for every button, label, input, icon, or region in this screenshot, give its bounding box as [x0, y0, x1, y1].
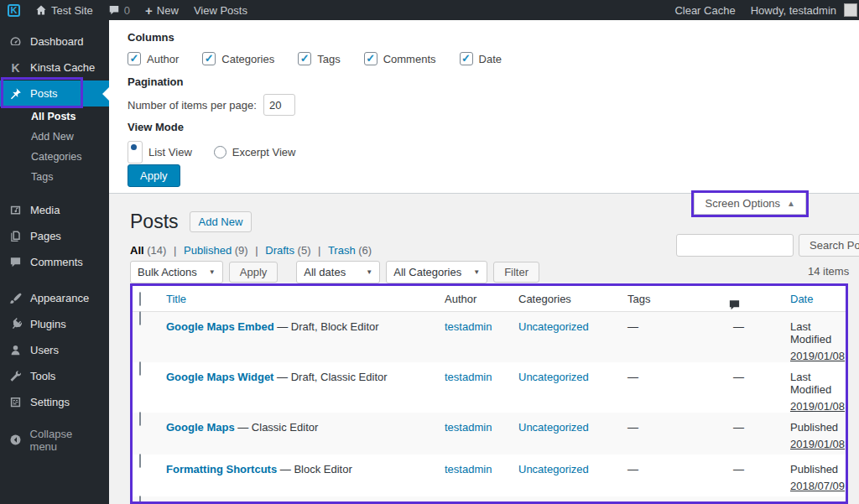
site-name-label: Test Site — [51, 4, 93, 17]
table-nav: Bulk Actions ▼ Apply All dates ▼ All Cat… — [130, 261, 539, 283]
sidebar-label-tools: Tools — [30, 370, 55, 382]
category-link[interactable]: Uncategorized — [518, 421, 589, 434]
items-per-page-input[interactable] — [263, 94, 295, 116]
submenu-item-add-new[interactable]: Add New — [0, 127, 109, 147]
filter-link-trash[interactable]: Trash — [328, 244, 356, 257]
filter-button[interactable]: Filter — [493, 262, 539, 283]
submenu-item-categories[interactable]: Categories — [0, 147, 109, 167]
search-posts-button[interactable]: Search Posts — [799, 234, 859, 257]
screen-options-apply-button[interactable]: Apply — [128, 164, 180, 187]
pages-icon — [8, 230, 23, 242]
clear-cache-button[interactable]: Clear Cache — [667, 0, 742, 20]
avatar — [844, 3, 857, 17]
post-status: Last Modified — [790, 320, 846, 346]
menu-separator — [0, 187, 109, 197]
checkbox-checked-icon: ✓ — [298, 52, 311, 65]
my-account-menu[interactable]: Howdy, testadmin — [743, 0, 859, 20]
select-arrow-icon: ▼ — [366, 268, 372, 276]
select-all-checkbox[interactable] — [139, 292, 141, 306]
checkbox-author[interactable]: ✓ Author — [128, 52, 179, 65]
row-checkbox[interactable] — [139, 361, 141, 376]
page-title: Posts — [130, 210, 179, 234]
filter-link-published[interactable]: Published — [184, 244, 232, 257]
sidebar-item-comments[interactable]: Comments — [0, 249, 109, 275]
checkbox-label-categories: Categories — [221, 53, 274, 65]
post-date: 2019/01/08 — [790, 438, 846, 450]
sidebar-item-tools[interactable]: Tools — [0, 363, 109, 389]
checkbox-date[interactable]: ✓ Date — [460, 52, 502, 65]
screen-options-tab[interactable]: Screen Options ▲ — [694, 193, 806, 215]
select-arrow-icon: ▼ — [209, 268, 216, 276]
new-label: New — [157, 4, 179, 17]
sidebar-item-posts[interactable]: Posts — [0, 81, 109, 107]
column-header-date[interactable]: Date — [782, 286, 846, 312]
sidebar-item-pages[interactable]: Pages — [0, 223, 109, 249]
post-status: Published — [790, 463, 846, 475]
sidebar-item-plugins[interactable]: Plugins — [0, 311, 109, 337]
author-link[interactable]: testadmin — [445, 320, 492, 333]
comments-menu[interactable]: 0 — [101, 0, 138, 20]
collapse-menu-button[interactable]: Collapse menu — [0, 427, 109, 453]
search-input[interactable] — [676, 234, 794, 257]
category-link[interactable]: Uncategorized — [518, 320, 589, 333]
post-title-link[interactable]: Google Maps — [166, 421, 235, 434]
wp-logo-menu[interactable]: K — [0, 0, 28, 20]
checkbox-comments[interactable]: ✓ Comments — [364, 52, 436, 65]
column-header-title[interactable]: Title — [158, 286, 436, 312]
checkbox-categories[interactable]: ✓ Categories — [202, 52, 274, 65]
radio-excerpt-view[interactable]: Excerpt View — [214, 146, 296, 158]
row-checkbox[interactable] — [139, 412, 141, 426]
author-link[interactable]: testadmin — [445, 421, 492, 434]
checkbox-label-date: Date — [479, 53, 502, 65]
filter-link-all[interactable]: All — [130, 244, 144, 257]
checkbox-checked-icon: ✓ — [202, 52, 216, 65]
sidebar-item-settings[interactable]: Settings — [0, 389, 109, 415]
checkbox-tags[interactable]: ✓ Tags — [298, 52, 340, 65]
sidebar-item-appearance[interactable]: Appearance — [0, 285, 109, 311]
radio-unselected-icon — [214, 146, 226, 158]
post-state: — Classic Editor — [237, 421, 318, 434]
new-content-menu[interactable]: + New — [138, 0, 186, 20]
table-header-row: Title Author Categories Tags Date — [133, 286, 846, 312]
post-title-link[interactable]: Formatting Shortcuts — [166, 463, 277, 475]
filter-separator: | — [174, 244, 176, 257]
add-new-button[interactable]: Add New — [190, 211, 252, 232]
sidebar-item-dashboard[interactable]: Dashboard — [0, 29, 109, 55]
author-link[interactable]: testadmin — [445, 371, 492, 383]
table-row: Google Maps Embed — Draft, Block Editor … — [133, 312, 846, 363]
row-checkbox[interactable] — [139, 311, 141, 325]
checkbox-label-author: Author — [147, 53, 179, 65]
sidebar-item-users[interactable]: Users — [0, 337, 109, 363]
site-name-menu[interactable]: Test Site — [28, 0, 101, 20]
columns-checkbox-row: ✓ Author ✓ Categories ✓ Tags ✓ Comments … — [128, 52, 502, 65]
radio-list-view[interactable]: List View — [128, 141, 192, 164]
view-posts-menu[interactable]: View Posts — [186, 0, 255, 20]
author-link[interactable]: testadmin — [445, 463, 492, 475]
category-link[interactable]: Uncategorized — [518, 463, 589, 475]
filter-link-drafts[interactable]: Drafts — [265, 244, 294, 257]
row-checkbox[interactable] — [139, 454, 141, 468]
select-arrow-icon: ▼ — [473, 268, 480, 276]
admin-bar: K Test Site 0 + New View Posts Clear Cac… — [0, 0, 859, 20]
items-per-page-label: Number of items per page: — [128, 99, 257, 112]
sidebar-item-kinsta-cache[interactable]: K Kinsta Cache — [0, 55, 109, 81]
sidebar-label-posts: Posts — [30, 87, 58, 100]
all-dates-select[interactable]: All dates ▼ — [296, 261, 380, 283]
checkbox-checked-icon: ✓ — [128, 52, 141, 65]
comment-count: 0 — [124, 4, 130, 17]
column-header-categories: Categories — [510, 286, 619, 312]
all-categories-select[interactable]: All Categories ▼ — [386, 261, 487, 283]
tools-icon — [8, 370, 23, 382]
category-link[interactable]: Uncategorized — [518, 371, 589, 383]
row-checkbox[interactable] — [139, 496, 141, 504]
bulk-actions-select[interactable]: Bulk Actions ▼ — [130, 261, 223, 283]
posts-submenu: All Posts Add New Categories Tags — [0, 107, 109, 187]
radio-label-excerpt-view: Excerpt View — [232, 146, 296, 158]
sidebar-item-media[interactable]: Media — [0, 197, 109, 223]
submenu-item-all-posts[interactable]: All Posts — [0, 107, 109, 127]
post-title-link[interactable]: Google Maps Embed — [166, 320, 274, 333]
bulk-apply-button[interactable]: Apply — [229, 262, 279, 283]
submenu-item-tags[interactable]: Tags — [0, 167, 109, 187]
main-content: Columns ✓ Author ✓ Categories ✓ Tags ✓ C… — [109, 20, 859, 504]
post-title-link[interactable]: Google Maps Widget — [166, 371, 273, 383]
